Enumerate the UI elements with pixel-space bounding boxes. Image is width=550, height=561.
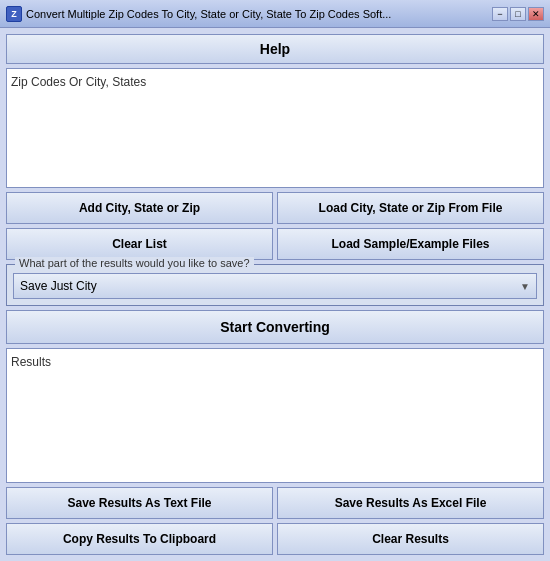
help-button[interactable]: Help [6, 34, 544, 64]
title-bar: Z Convert Multiple Zip Codes To City, St… [0, 0, 550, 28]
input-area: Zip Codes Or City, States [6, 68, 544, 188]
results-label: Results [11, 353, 539, 371]
clear-results-button[interactable]: Clear Results [277, 523, 544, 555]
save-as-text-button[interactable]: Save Results As Text File [6, 487, 273, 519]
copy-to-clipboard-button[interactable]: Copy Results To Clipboard [6, 523, 273, 555]
results-area: Results [6, 348, 544, 483]
save-options-dropdown[interactable]: Save Just City ▼ [13, 273, 537, 299]
title-bar-left: Z Convert Multiple Zip Codes To City, St… [6, 6, 391, 22]
load-sample-button[interactable]: Load Sample/Example Files [277, 228, 544, 260]
clear-list-button[interactable]: Clear List [6, 228, 273, 260]
title-bar-controls: − □ ✕ [492, 7, 544, 21]
start-converting-button[interactable]: Start Converting [6, 310, 544, 344]
results-textarea[interactable] [11, 371, 539, 478]
maximize-button[interactable]: □ [510, 7, 526, 21]
save-options-legend: What part of the results would you like … [15, 257, 254, 269]
input-label: Zip Codes Or City, States [11, 73, 539, 91]
zip-city-input[interactable] [11, 93, 539, 183]
save-row: Save Results As Text File Save Results A… [6, 487, 544, 519]
add-load-row: Add City, State or Zip Load City, State … [6, 192, 544, 224]
copy-clear-row: Copy Results To Clipboard Clear Results [6, 523, 544, 555]
clear-load-row: Clear List Load Sample/Example Files [6, 228, 544, 260]
dropdown-arrow-icon: ▼ [520, 281, 530, 292]
minimize-button[interactable]: − [492, 7, 508, 21]
save-options-group: What part of the results would you like … [6, 264, 544, 306]
app-icon: Z [6, 6, 22, 22]
save-as-excel-button[interactable]: Save Results As Excel File [277, 487, 544, 519]
main-container: Help Zip Codes Or City, States Add City,… [0, 28, 550, 561]
save-option-selected: Save Just City [20, 279, 97, 293]
load-from-file-button[interactable]: Load City, State or Zip From File [277, 192, 544, 224]
bottom-buttons: Save Results As Text File Save Results A… [6, 487, 544, 555]
title-bar-text: Convert Multiple Zip Codes To City, Stat… [26, 8, 391, 20]
add-city-state-button[interactable]: Add City, State or Zip [6, 192, 273, 224]
close-button[interactable]: ✕ [528, 7, 544, 21]
